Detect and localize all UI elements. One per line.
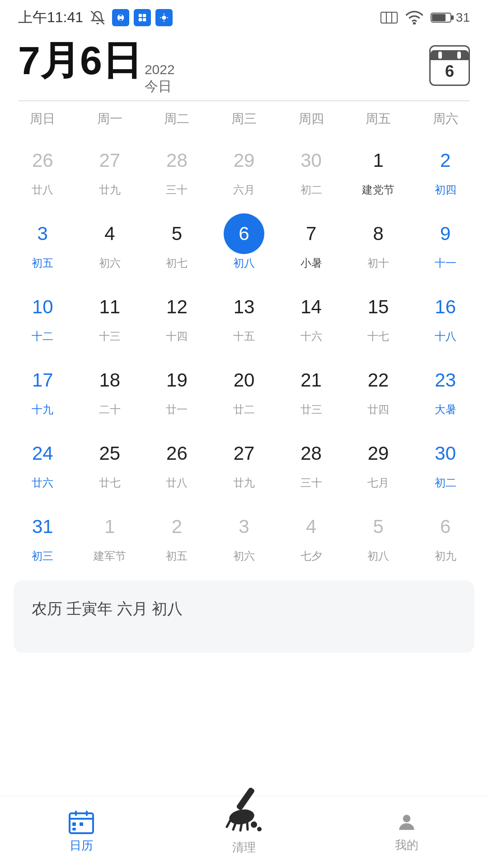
- day-num-r5-c5: 5: [358, 506, 399, 547]
- weekday-2: 周二: [143, 110, 211, 127]
- day-sub-r4-c0: 廿六: [32, 476, 53, 490]
- day-num-r2-c1: 11: [89, 287, 130, 327]
- day-cell-r5-c4[interactable]: 4七夕: [277, 498, 345, 571]
- calendar-icon-num: 6: [445, 62, 454, 81]
- nav-label-calendar: 日历: [70, 838, 93, 854]
- day-num-r0-c1: 27: [89, 140, 130, 181]
- day-sub-r0-c2: 三十: [166, 183, 188, 197]
- day-cell-r4-c5[interactable]: 29七月: [345, 425, 412, 498]
- notification-icon: [90, 10, 105, 25]
- svg-rect-2: [119, 15, 122, 17]
- day-cell-r5-c1[interactable]: 1建军节: [76, 498, 144, 571]
- day-cell-r4-c2[interactable]: 26廿八: [143, 425, 211, 498]
- day-sub-r4-c4: 三十: [300, 476, 322, 490]
- nav-item-clean[interactable]: 清理: [163, 782, 325, 855]
- day-num-r5-c3: 3: [224, 506, 264, 547]
- day-cell-r3-c6[interactable]: 23大暑: [412, 352, 479, 425]
- weekday-1: 周一: [76, 110, 144, 127]
- today-calendar-icon[interactable]: 6: [429, 45, 470, 86]
- day-num-r0-c6: 2: [425, 140, 466, 181]
- weekday-0: 周日: [9, 110, 76, 127]
- day-cell-r2-c1[interactable]: 11十三: [76, 278, 144, 352]
- day-cell-r2-c2[interactable]: 12十四: [143, 278, 211, 352]
- day-cell-r4-c0[interactable]: 24廿六: [9, 425, 76, 498]
- day-cell-r1-c1[interactable]: 4初六: [76, 205, 144, 278]
- day-cell-r2-c4[interactable]: 14十六: [277, 278, 345, 352]
- day-cell-r1-c5[interactable]: 8初十: [345, 205, 412, 278]
- day-cell-r0-c2[interactable]: 28三十: [143, 132, 211, 205]
- day-cell-r4-c4[interactable]: 28三十: [277, 425, 345, 498]
- day-cell-r2-c3[interactable]: 13十五: [211, 278, 278, 352]
- day-num-r3-c5: 22: [358, 360, 399, 401]
- day-cell-r3-c4[interactable]: 21廿三: [277, 352, 345, 425]
- day-cell-r0-c4[interactable]: 30初二: [277, 132, 345, 205]
- day-cell-r2-c6[interactable]: 16十八: [412, 278, 479, 352]
- day-num-r1-c1: 4: [89, 213, 130, 254]
- app-icon-2-svg: [137, 13, 147, 23]
- day-cell-r0-c3[interactable]: 29六月: [211, 132, 278, 205]
- day-num-r5-c2: 2: [156, 506, 197, 547]
- app-icon-3-svg: [159, 13, 169, 23]
- day-cell-r0-c6[interactable]: 2初四: [412, 132, 479, 205]
- day-sub-r0-c3: 六月: [233, 183, 255, 197]
- day-cell-r4-c1[interactable]: 25廿七: [76, 425, 144, 498]
- weekday-header: 周日周一周二周三周四周五周六: [0, 101, 488, 132]
- day-cell-r1-c4[interactable]: 7小暑: [277, 205, 345, 278]
- day-cell-r4-c6[interactable]: 30初二: [412, 425, 479, 498]
- day-cell-r1-c3[interactable]: 6初八: [211, 205, 278, 278]
- day-cell-r3-c3[interactable]: 20廿二: [211, 352, 278, 425]
- day-sub-r5-c3: 初六: [233, 549, 255, 563]
- day-num-r4-c5: 29: [358, 433, 399, 474]
- day-cell-r3-c5[interactable]: 22廿四: [345, 352, 412, 425]
- svg-line-30: [233, 822, 236, 830]
- day-cell-r3-c2[interactable]: 19廿一: [143, 352, 211, 425]
- header-main-date: 7月6日: [18, 41, 142, 80]
- svg-rect-4: [139, 14, 142, 17]
- day-cell-r3-c1[interactable]: 18二十: [76, 352, 144, 425]
- day-cell-r2-c0[interactable]: 10十二: [9, 278, 76, 352]
- svg-line-29: [227, 820, 230, 827]
- day-cell-r1-c0[interactable]: 3初五: [9, 205, 76, 278]
- day-num-r5-c0: 31: [22, 506, 63, 547]
- battery-percent: 31: [456, 10, 470, 25]
- status-time: 上午11:41: [18, 8, 83, 28]
- day-sub-r3-c3: 廿二: [233, 402, 255, 417]
- day-num-r1-c4: 7: [291, 213, 332, 254]
- day-sub-r5-c2: 初五: [166, 549, 188, 563]
- day-num-r4-c4: 28: [291, 433, 332, 474]
- svg-rect-24: [72, 828, 76, 830]
- day-cell-r5-c0[interactable]: 31初三: [9, 498, 76, 571]
- day-cell-r5-c2[interactable]: 2初五: [143, 498, 211, 571]
- day-num-r1-c0: 3: [22, 213, 63, 254]
- svg-rect-18: [432, 14, 446, 21]
- day-cell-r4-c3[interactable]: 27廿九: [211, 425, 278, 498]
- day-cell-r0-c1[interactable]: 27廿九: [76, 132, 144, 205]
- ring-left: [438, 52, 442, 59]
- day-cell-r5-c3[interactable]: 3初六: [211, 498, 278, 571]
- svg-point-33: [251, 821, 257, 828]
- day-cell-r1-c6[interactable]: 9十一: [412, 205, 479, 278]
- nav-item-calendar[interactable]: 日历: [0, 811, 163, 854]
- app-icon-1-svg: [116, 13, 126, 23]
- day-cell-r0-c0[interactable]: 26廿八: [9, 132, 76, 205]
- day-num-r0-c5: 1: [358, 140, 399, 181]
- day-sub-r5-c0: 初三: [32, 549, 53, 563]
- day-sub-r1-c6: 十一: [435, 256, 456, 270]
- day-sub-r0-c6: 初四: [435, 183, 456, 197]
- day-cell-r5-c5[interactable]: 5初八: [345, 498, 412, 571]
- profile-nav-icon: [395, 811, 418, 834]
- day-sub-r2-c2: 十四: [166, 329, 188, 344]
- svg-line-31: [240, 823, 242, 830]
- svg-rect-23: [80, 822, 83, 826]
- day-sub-r4-c2: 廿八: [166, 476, 188, 490]
- day-num-r4-c6: 30: [425, 433, 466, 474]
- day-cell-r3-c0[interactable]: 17十九: [9, 352, 76, 425]
- day-cell-r0-c5[interactable]: 1建党节: [345, 132, 412, 205]
- day-cell-r5-c6[interactable]: 6初九: [412, 498, 479, 571]
- nav-item-profile[interactable]: 我的: [325, 811, 488, 853]
- day-num-r5-c6: 6: [425, 506, 466, 547]
- day-cell-r1-c2[interactable]: 5初七: [143, 205, 211, 278]
- day-cell-r2-c5[interactable]: 15十七: [345, 278, 412, 352]
- day-num-r5-c1: 1: [89, 506, 130, 547]
- svg-point-34: [257, 827, 262, 831]
